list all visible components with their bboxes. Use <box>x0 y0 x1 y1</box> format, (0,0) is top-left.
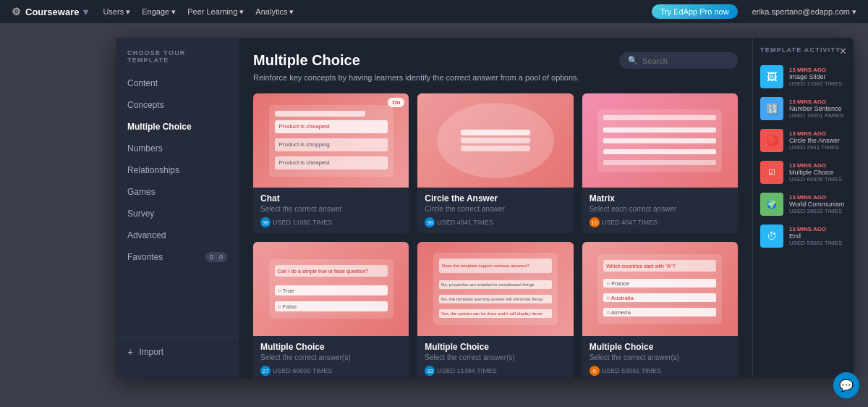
activity-name-5: End <box>789 232 846 240</box>
card-thumbnail-matrix <box>582 93 738 188</box>
activity-item-2[interactable]: ⭕ 13 MINS AGO Circle the Answer USED 494… <box>753 125 854 156</box>
template-modal: × CHOOSE YOUR TEMPLATE Content Concepts … <box>116 38 854 378</box>
activity-thumb-0: 🖼 <box>760 65 783 88</box>
template-card-matrix[interactable]: Matrix Select each correct answer 10 USE… <box>582 93 738 233</box>
search-box[interactable]: 🔍 <box>619 52 738 69</box>
user-menu[interactable]: erika.spertano@edapp.com ▾ <box>752 7 856 17</box>
card-info-mc1: Multiple Choice Select the correct answe… <box>253 336 409 378</box>
search-icon: 🔍 <box>628 56 638 65</box>
card-stats-mc2: 33 USED 11384 TIMES <box>425 366 566 376</box>
template-card-mc3[interactable]: Which countries start with "A"? ○ France… <box>582 242 738 378</box>
try-pro-button[interactable]: Try EdApp Pro now <box>652 4 738 19</box>
chat-bubble[interactable]: 💬 <box>833 372 859 398</box>
sidebar-item-favorites[interactable]: Favorites 0 | 0 <box>116 246 239 268</box>
activity-meta-3: USED 60406 TIMES <box>789 176 846 182</box>
activity-panel: TEMPLATE ACTIVITY 🖼 13 MINS AGO Image Sl… <box>752 38 854 378</box>
circle-mock <box>437 103 553 178</box>
sidebar-item-games[interactable]: Games <box>116 181 239 203</box>
nav-analytics[interactable]: Analytics ▾ <box>255 7 294 17</box>
search-input[interactable] <box>642 56 729 65</box>
activity-item-4[interactable]: 🌍 13 MINS AGO World Communism USED 28032… <box>753 188 854 220</box>
card-name-mc3: Multiple Choice <box>590 342 731 352</box>
activity-item-0[interactable]: 🖼 13 MINS AGO Image Slider USED 11082 TI… <box>753 61 854 93</box>
mc3-mock: Which countries start with "A"? ○ France… <box>597 254 722 324</box>
template-sidebar: CHOOSE YOUR TEMPLATE Content Concepts Mu… <box>116 38 239 378</box>
c-line-3 <box>461 146 531 151</box>
mc1-mock: Can I do a simple true or false question… <box>269 259 393 319</box>
card-name-matrix: Matrix <box>590 193 731 204</box>
activity-item-3[interactable]: ☑ 13 MINS AGO Multiple Choice USED 60406… <box>753 156 854 188</box>
m-title <box>603 115 716 120</box>
on-badge: On <box>388 98 404 107</box>
activity-meta-1: USED 10001 PARKS <box>789 112 846 119</box>
mc1-false: ○ False <box>275 301 388 311</box>
template-card-mc2[interactable]: Does the template support verbose answer… <box>417 242 573 378</box>
activity-time-0: 13 MINS AGO <box>789 67 846 73</box>
m-row-4 <box>603 160 716 165</box>
activity-info-4: 13 MINS AGO World Communism USED 28032 T… <box>789 194 846 214</box>
stat-1: 38 USED 11082 TIMES <box>260 217 332 227</box>
card-stats-mc3: 0 USED 53061 TIMES <box>590 366 731 376</box>
mc1-true: ○ True <box>275 285 388 295</box>
activity-info-0: 13 MINS AGO Image Slider USED 11082 TIME… <box>789 67 846 87</box>
activity-item-5[interactable]: ⏱ 13 MINS AGO End USED 53061 TIMES <box>753 220 854 252</box>
m-row-3 <box>603 149 716 154</box>
activity-thumb-1: 🔢 <box>760 97 783 120</box>
activity-time-1: 13 MINS AGO <box>789 98 846 105</box>
sidebar-item-relationships[interactable]: Relationships <box>116 159 239 181</box>
stat-mc3: 0 USED 53061 TIMES <box>590 366 661 376</box>
logo[interactable]: ⚙ Courseware ▾ <box>12 6 88 17</box>
nav-peer-learning[interactable]: Peer Learning ▾ <box>187 7 244 17</box>
stat-icon-mc2: 33 <box>425 366 435 376</box>
stat-icon-circle: 38 <box>425 217 435 227</box>
activity-name-1: Number Sentence <box>789 105 846 112</box>
gear-icon: ⚙ <box>12 6 21 17</box>
modal-main-content: Multiple Choice 🔍 Reinforce key concepts… <box>239 38 752 378</box>
activity-meta-4: USED 28032 TIMES <box>789 208 846 214</box>
nav-users[interactable]: Users ▾ <box>103 7 130 17</box>
modal-header: Multiple Choice 🔍 <box>253 52 738 69</box>
import-button[interactable]: + Import <box>116 337 239 366</box>
card-name-circle: Circle the Answer <box>425 193 566 204</box>
card-name-mc2: Multiple Choice <box>425 342 566 352</box>
mc3-question: Which countries start with "A"? <box>603 260 716 272</box>
stat-icon-mc3: 0 <box>590 366 600 376</box>
nav-items: Users ▾ Engage ▾ Peer Learning ▾ Analyti… <box>103 7 294 17</box>
mc2-opt3: Yes, the system can be done and it will … <box>439 309 552 318</box>
mc2-opt1: No, properties are enabled in complicate… <box>439 280 552 289</box>
template-card-mc1[interactable]: Can I do a simple true or false question… <box>253 242 409 378</box>
sidebar-item-survey[interactable]: Survey <box>116 203 239 225</box>
mock-option-2: Product is shopping <box>275 138 388 151</box>
card-info-mc3: Multiple Choice Select the correct answe… <box>582 336 738 378</box>
card-info-circle: Circle the Answer Circle the correct ans… <box>417 188 573 233</box>
card-name: Chat <box>260 193 401 204</box>
mock-option-3: Product is cheapest <box>275 156 388 169</box>
template-card-chat[interactable]: Product is cheapest Product is shopping … <box>253 93 409 233</box>
card-name-mc1: Multiple Choice <box>260 342 401 352</box>
thumb-inner: Product is cheapest Product is shopping … <box>269 105 393 177</box>
stat-mc2: 33 USED 11384 TIMES <box>425 366 496 376</box>
sidebar-item-concepts[interactable]: Concepts <box>116 94 239 116</box>
card-desc-circle: Circle the correct answer <box>425 205 566 213</box>
activity-thumb-5: ⏱ <box>760 225 783 248</box>
activity-time-5: 13 MINS AGO <box>789 226 846 232</box>
card-thumbnail-circle <box>417 93 573 188</box>
mc2-mock: Does the template support verbose answer… <box>433 253 558 325</box>
card-thumbnail-chat: Product is cheapest Product is shopping … <box>253 93 409 188</box>
stat-icon-1: 38 <box>260 217 271 227</box>
activity-thumb-2: ⭕ <box>760 129 783 152</box>
matrix-mock <box>597 109 722 172</box>
modal-description: Reinforce key concepts by having learner… <box>253 73 738 82</box>
sidebar-item-advanced[interactable]: Advanced <box>116 225 239 246</box>
activity-item-1[interactable]: 🔢 13 MINS AGO Number Sentence USED 10001… <box>753 93 854 125</box>
nav-engage[interactable]: Engage ▾ <box>142 7 176 17</box>
close-button[interactable]: × <box>840 45 846 58</box>
card-desc-mc2: Select the correct answer(s) <box>425 353 566 361</box>
sidebar-item-numbers[interactable]: Numbers <box>116 138 239 159</box>
activity-info-2: 13 MINS AGO Circle the Answer USED 4941 … <box>789 130 846 151</box>
card-stats-matrix: 10 USED 4047 TIMES <box>590 217 731 227</box>
sidebar-item-content[interactable]: Content <box>116 72 239 94</box>
sidebar-item-multiple-choice[interactable]: Multiple Choice <box>116 116 239 138</box>
template-card-circle[interactable]: Circle the Answer Circle the correct ans… <box>417 93 573 233</box>
chat-icon: 💬 <box>839 379 854 393</box>
